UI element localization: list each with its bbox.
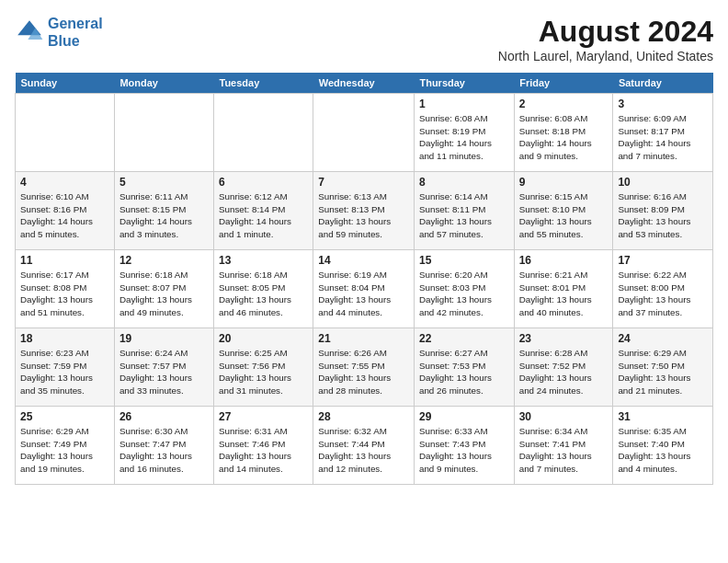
day-number: 27 — [219, 410, 308, 423]
day-cell: 3Sunrise: 6:09 AM Sunset: 8:17 PM Daylig… — [613, 94, 713, 172]
logo-text: General Blue — [48, 15, 103, 50]
day-number: 22 — [419, 332, 509, 345]
day-number: 28 — [318, 410, 409, 423]
day-cell: 29Sunrise: 6:33 AM Sunset: 7:43 PM Dayli… — [414, 407, 514, 485]
day-cell: 10Sunrise: 6:16 AM Sunset: 8:09 PM Dayli… — [613, 172, 713, 250]
day-info: Sunrise: 6:10 AM Sunset: 8:16 PM Dayligh… — [20, 190, 109, 241]
header-tuesday: Tuesday — [214, 73, 313, 94]
day-info: Sunrise: 6:18 AM Sunset: 8:05 PM Dayligh… — [219, 269, 308, 319]
day-cell: 5Sunrise: 6:11 AM Sunset: 8:15 PM Daylig… — [114, 172, 213, 250]
day-cell: 7Sunrise: 6:13 AM Sunset: 8:13 PM Daylig… — [313, 172, 415, 250]
day-cell — [313, 94, 415, 172]
day-info: Sunrise: 6:17 AM Sunset: 8:08 PM Dayligh… — [20, 269, 109, 319]
day-cell: 6Sunrise: 6:12 AM Sunset: 8:14 PM Daylig… — [214, 172, 313, 250]
day-info: Sunrise: 6:25 AM Sunset: 7:56 PM Dayligh… — [219, 347, 308, 397]
day-number: 2 — [519, 98, 609, 110]
day-number: 25 — [20, 410, 109, 423]
day-cell: 25Sunrise: 6:29 AM Sunset: 7:49 PM Dayli… — [16, 407, 115, 485]
day-cell: 22Sunrise: 6:27 AM Sunset: 7:53 PM Dayli… — [414, 328, 514, 407]
title-block: August 2024 North Laurel, Maryland, Unit… — [498, 15, 713, 63]
day-number: 29 — [419, 410, 509, 423]
page-header: General Blue August 2024 North Laurel, M… — [15, 15, 713, 63]
day-number: 19 — [119, 332, 209, 345]
day-number: 23 — [519, 332, 609, 345]
day-cell: 24Sunrise: 6:29 AM Sunset: 7:50 PM Dayli… — [613, 328, 713, 407]
day-info: Sunrise: 6:08 AM Sunset: 8:18 PM Dayligh… — [519, 112, 609, 163]
day-number: 16 — [519, 254, 609, 267]
day-number: 3 — [618, 98, 708, 110]
day-cell: 21Sunrise: 6:26 AM Sunset: 7:55 PM Dayli… — [313, 328, 415, 407]
day-cell: 15Sunrise: 6:20 AM Sunset: 8:03 PM Dayli… — [414, 250, 514, 328]
logo-icon — [15, 17, 44, 47]
day-cell: 9Sunrise: 6:15 AM Sunset: 8:10 PM Daylig… — [514, 172, 613, 250]
day-info: Sunrise: 6:32 AM Sunset: 7:44 PM Dayligh… — [318, 425, 409, 476]
day-number: 11 — [20, 254, 109, 267]
day-number: 30 — [519, 410, 609, 423]
subtitle: North Laurel, Maryland, United States — [498, 49, 713, 63]
day-info: Sunrise: 6:28 AM Sunset: 7:52 PM Dayligh… — [519, 347, 609, 397]
day-number: 18 — [20, 332, 109, 345]
day-info: Sunrise: 6:33 AM Sunset: 7:43 PM Dayligh… — [419, 425, 509, 476]
day-info: Sunrise: 6:27 AM Sunset: 7:53 PM Dayligh… — [419, 347, 509, 397]
day-cell: 8Sunrise: 6:14 AM Sunset: 8:11 PM Daylig… — [414, 172, 514, 250]
day-number: 13 — [219, 254, 308, 267]
header-saturday: Saturday — [613, 73, 713, 94]
day-info: Sunrise: 6:18 AM Sunset: 8:07 PM Dayligh… — [119, 269, 209, 319]
day-info: Sunrise: 6:19 AM Sunset: 8:04 PM Dayligh… — [318, 269, 409, 319]
day-info: Sunrise: 6:21 AM Sunset: 8:01 PM Dayligh… — [519, 269, 609, 319]
day-number: 7 — [318, 176, 409, 189]
day-info: Sunrise: 6:31 AM Sunset: 7:46 PM Dayligh… — [219, 425, 308, 476]
week-row-1: 4Sunrise: 6:10 AM Sunset: 8:16 PM Daylig… — [16, 172, 713, 250]
logo-line2: Blue — [48, 33, 80, 49]
day-cell: 28Sunrise: 6:32 AM Sunset: 7:44 PM Dayli… — [313, 407, 415, 485]
day-cell: 30Sunrise: 6:34 AM Sunset: 7:41 PM Dayli… — [514, 407, 613, 485]
day-number: 6 — [219, 176, 308, 189]
day-cell: 13Sunrise: 6:18 AM Sunset: 8:05 PM Dayli… — [214, 250, 313, 328]
day-number: 1 — [419, 98, 509, 110]
day-number: 15 — [419, 254, 509, 267]
calendar-body: 1Sunrise: 6:08 AM Sunset: 8:19 PM Daylig… — [16, 94, 713, 485]
day-info: Sunrise: 6:29 AM Sunset: 7:50 PM Dayligh… — [618, 347, 708, 397]
day-info: Sunrise: 6:23 AM Sunset: 7:59 PM Dayligh… — [20, 347, 109, 397]
day-info: Sunrise: 6:29 AM Sunset: 7:49 PM Dayligh… — [20, 425, 109, 476]
day-cell: 4Sunrise: 6:10 AM Sunset: 8:16 PM Daylig… — [16, 172, 115, 250]
day-info: Sunrise: 6:15 AM Sunset: 8:10 PM Dayligh… — [519, 190, 609, 241]
day-cell: 23Sunrise: 6:28 AM Sunset: 7:52 PM Dayli… — [514, 328, 613, 407]
day-number: 12 — [119, 254, 209, 267]
day-cell: 18Sunrise: 6:23 AM Sunset: 7:59 PM Dayli… — [16, 328, 115, 407]
day-cell — [114, 94, 213, 172]
day-info: Sunrise: 6:08 AM Sunset: 8:19 PM Dayligh… — [419, 112, 509, 163]
day-number: 4 — [20, 176, 109, 189]
day-number: 20 — [219, 332, 308, 345]
day-info: Sunrise: 6:11 AM Sunset: 8:15 PM Dayligh… — [119, 190, 209, 241]
day-cell: 16Sunrise: 6:21 AM Sunset: 8:01 PM Dayli… — [514, 250, 613, 328]
calendar-header: SundayMondayTuesdayWednesdayThursdayFrid… — [16, 73, 713, 94]
day-number: 5 — [119, 176, 209, 189]
day-info: Sunrise: 6:35 AM Sunset: 7:40 PM Dayligh… — [618, 425, 708, 476]
header-thursday: Thursday — [414, 73, 514, 94]
day-number: 24 — [618, 332, 708, 345]
day-cell — [214, 94, 313, 172]
day-number: 8 — [419, 176, 509, 189]
logo-line1: General — [48, 16, 103, 31]
day-cell: 11Sunrise: 6:17 AM Sunset: 8:08 PM Dayli… — [16, 250, 115, 328]
day-cell: 12Sunrise: 6:18 AM Sunset: 8:07 PM Dayli… — [114, 250, 213, 328]
calendar-table: SundayMondayTuesdayWednesdayThursdayFrid… — [15, 73, 713, 485]
header-sunday: Sunday — [16, 73, 115, 94]
day-info: Sunrise: 6:30 AM Sunset: 7:47 PM Dayligh… — [119, 425, 209, 476]
day-info: Sunrise: 6:09 AM Sunset: 8:17 PM Dayligh… — [618, 112, 708, 163]
week-row-0: 1Sunrise: 6:08 AM Sunset: 8:19 PM Daylig… — [16, 94, 713, 172]
day-number: 31 — [618, 410, 708, 423]
header-wednesday: Wednesday — [313, 73, 415, 94]
week-row-3: 18Sunrise: 6:23 AM Sunset: 7:59 PM Dayli… — [16, 328, 713, 407]
day-info: Sunrise: 6:24 AM Sunset: 7:57 PM Dayligh… — [119, 347, 209, 397]
main-title: August 2024 — [498, 15, 713, 49]
day-cell: 2Sunrise: 6:08 AM Sunset: 8:18 PM Daylig… — [514, 94, 613, 172]
day-number: 9 — [519, 176, 609, 189]
day-cell: 17Sunrise: 6:22 AM Sunset: 8:00 PM Dayli… — [613, 250, 713, 328]
day-info: Sunrise: 6:16 AM Sunset: 8:09 PM Dayligh… — [618, 190, 708, 241]
day-info: Sunrise: 6:22 AM Sunset: 8:00 PM Dayligh… — [618, 269, 708, 319]
week-row-2: 11Sunrise: 6:17 AM Sunset: 8:08 PM Dayli… — [16, 250, 713, 328]
week-row-4: 25Sunrise: 6:29 AM Sunset: 7:49 PM Dayli… — [16, 407, 713, 485]
day-number: 10 — [618, 176, 708, 189]
